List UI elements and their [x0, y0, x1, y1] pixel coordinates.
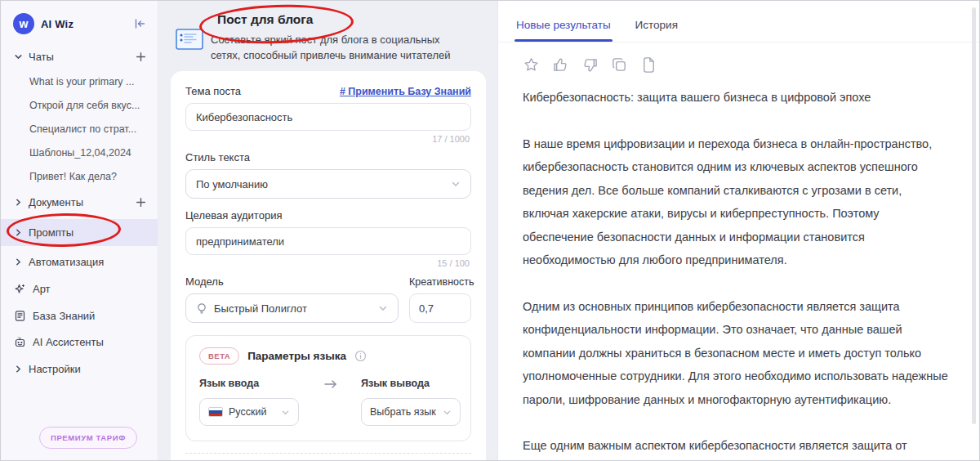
chevron-down-icon: [14, 52, 26, 61]
prompt-description: Составьте яркий пост для блога в социаль…: [211, 32, 460, 63]
prompt-header: Пост для блога Составьте яркий пост для …: [171, 6, 486, 71]
model-label: Модель: [185, 275, 224, 288]
chevron-right-icon: [14, 228, 26, 237]
audience-input[interactable]: [185, 227, 471, 255]
sidebar-item-settings[interactable]: Настройки: [1, 356, 158, 382]
audience-char-counter: 15 / 100: [185, 258, 470, 268]
beta-badge: BETA: [199, 347, 239, 365]
page-title: Пост для блога: [211, 12, 460, 27]
topic-input[interactable]: [185, 103, 471, 131]
results-tabs: Новые результаты История: [498, 1, 979, 42]
add-document-icon[interactable]: [136, 197, 146, 208]
collapse-sidebar-icon[interactable]: [133, 18, 146, 29]
output-language-label: Язык вывода: [361, 378, 461, 389]
scrollbar[interactable]: [972, 7, 976, 424]
result-content: Кибербезопасность: защита вашего бизнеса…: [498, 43, 979, 460]
topic-label: Тема поста: [185, 85, 241, 97]
sidebar-item-label: Автоматизация: [29, 256, 104, 268]
topic-char-counter: 17 / 1000: [185, 134, 470, 144]
sidebar: w AI Wiz Чаты What is your primary ... О…: [1, 1, 158, 460]
sidebar-item-label: Промпты: [29, 226, 74, 239]
audience-label: Целевая аудитория: [185, 209, 282, 222]
copy-icon[interactable]: [611, 56, 628, 74]
chat-item[interactable]: Специалист по страт...: [1, 117, 158, 141]
sidebar-item-knowledge-base[interactable]: База Знаний: [1, 303, 158, 329]
russia-flag-icon: [208, 407, 223, 417]
chat-item[interactable]: What is your primary ...: [1, 69, 158, 93]
prompt-form-card: Тема поста # Применить Базу Знаний 17 / …: [171, 71, 486, 461]
sidebar-item-art[interactable]: Арт: [1, 276, 158, 302]
results-panel: Новые результаты История: [497, 1, 979, 460]
chevron-right-icon: [14, 198, 26, 207]
creativity-input[interactable]: [409, 293, 471, 323]
sidebar-header: w AI Wiz: [1, 1, 158, 44]
sparkles-icon: [14, 283, 30, 295]
chevron-down-icon: [281, 408, 290, 417]
prompt-form-panel: Пост для блога Составьте яркий пост для …: [158, 1, 497, 460]
output-language-value: Выбрать язык: [370, 406, 436, 418]
result-paragraph: В наше время цифровизации и перехода биз…: [523, 132, 950, 272]
input-language-label: Язык ввода: [199, 378, 299, 389]
style-select[interactable]: По умолчанию: [185, 169, 471, 199]
style-select-value: По умолчанию: [196, 178, 268, 190]
app-logo-icon: w: [13, 13, 34, 34]
arrow-right-icon: [323, 378, 338, 390]
chevron-down-icon: [443, 408, 452, 417]
chat-item[interactable]: Шаблоны_12,04,2024: [1, 141, 158, 164]
add-chat-icon[interactable]: [136, 51, 146, 62]
tab-history[interactable]: История: [635, 19, 678, 42]
book-icon: [14, 310, 30, 322]
sidebar-nav: Чаты What is your primary ... Открой для…: [1, 44, 158, 382]
input-language-select[interactable]: Русский: [199, 398, 299, 426]
sidebar-item-label: Документы: [29, 196, 83, 208]
chat-item[interactable]: Привет! Как дела?: [1, 164, 158, 188]
premium-plan-button[interactable]: ПРЕМИУМ ТАРИФ: [39, 427, 137, 449]
chat-item[interactable]: Открой для себя вкус...: [1, 93, 158, 117]
favorite-star-icon[interactable]: [523, 56, 540, 74]
sidebar-item-chats[interactable]: Чаты: [1, 44, 158, 69]
document-icon[interactable]: [640, 56, 657, 74]
sidebar-item-label: База Знаний: [33, 310, 95, 322]
sidebar-item-automation[interactable]: Автоматизация: [1, 249, 158, 275]
blog-post-icon: [176, 29, 203, 63]
thumbs-up-icon[interactable]: [552, 56, 569, 74]
language-parameters-title: Параметры языка: [247, 350, 346, 362]
sidebar-item-prompts[interactable]: Промпты: [1, 219, 158, 246]
sidebar-item-documents[interactable]: Документы: [1, 190, 158, 215]
sidebar-item-ai-assistants[interactable]: AI Ассистенты: [1, 329, 158, 355]
creativity-label: Креативность: [409, 276, 471, 288]
output-language-select[interactable]: Выбрать язык: [361, 398, 461, 426]
chevron-right-icon: [14, 365, 26, 374]
brand-name: AI Wiz: [41, 18, 74, 30]
sidebar-item-label: AI Ассистенты: [33, 336, 104, 348]
result-actions: [523, 56, 950, 74]
lightbulb-icon: [196, 302, 207, 315]
sidebar-item-label: Арт: [33, 283, 51, 295]
result-title: Кибербезопасность: защита вашего бизнеса…: [523, 86, 950, 110]
language-parameters-box: BETA Параметры языка Язык ввода Русский: [185, 335, 471, 441]
chevron-down-icon: [451, 179, 461, 189]
app-window: w AI Wiz Чаты What is your primary ... О…: [0, 0, 980, 461]
thumbs-down-icon[interactable]: [581, 56, 599, 74]
model-select[interactable]: Быстрый Полиглот: [185, 293, 399, 323]
input-language-value: Русский: [229, 406, 266, 418]
apply-knowledge-base-link[interactable]: # Применить Базу Знаний: [340, 86, 471, 97]
chevron-right-icon: [14, 257, 26, 266]
robot-icon: [14, 336, 30, 348]
info-icon[interactable]: [354, 350, 367, 362]
tab-new-results[interactable]: Новые результаты: [516, 19, 611, 42]
sidebar-item-label: Чаты: [29, 51, 54, 63]
result-paragraph: Еще одним важным аспектом кибербезопасно…: [523, 434, 950, 460]
model-select-value: Быстрый Полиглот: [214, 302, 307, 315]
style-label: Стиль текста: [185, 151, 250, 163]
result-paragraph: Одним из основных принципов кибербезопас…: [523, 295, 950, 412]
sidebar-item-label: Настройки: [29, 363, 81, 375]
chevron-down-icon: [378, 303, 388, 313]
